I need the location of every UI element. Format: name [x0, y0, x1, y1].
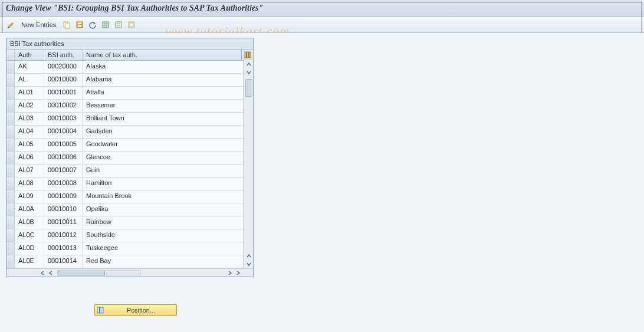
row-selector[interactable]: [6, 87, 15, 99]
scroll-down-small-icon[interactable]: [245, 68, 253, 77]
horizontal-scrollbar[interactable]: [6, 268, 253, 277]
col-header-bsi[interactable]: BSI auth.: [44, 50, 83, 60]
cell-auth[interactable]: AL0C: [15, 229, 44, 242]
row-selector[interactable]: [6, 229, 15, 242]
row-selector[interactable]: [6, 203, 15, 216]
table-settings-button[interactable]: [241, 50, 253, 60]
table-row[interactable]: AL0300010003Brilliant Town: [6, 113, 253, 126]
table-row[interactable]: AL0100010001Attalla: [6, 87, 253, 100]
cell-auth[interactable]: AL01: [15, 87, 44, 99]
table-row[interactable]: AL0900010009Mountain Brook: [6, 190, 253, 203]
col-header-name[interactable]: Name of tax auth.: [83, 50, 241, 60]
cell-name[interactable]: Opelika: [83, 203, 244, 216]
position-button[interactable]: Position...: [94, 304, 177, 316]
cell-auth[interactable]: AK: [15, 61, 44, 73]
cell-name[interactable]: Attalla: [83, 87, 244, 99]
cell-bsi[interactable]: 00010010: [44, 203, 83, 216]
cell-bsi[interactable]: 00010000: [44, 74, 83, 86]
hscroll-track[interactable]: [57, 270, 141, 276]
row-selector[interactable]: [6, 61, 15, 73]
cell-bsi[interactable]: 00010011: [44, 216, 83, 229]
cell-bsi[interactable]: 00010006: [44, 152, 83, 164]
row-selector[interactable]: [6, 152, 15, 164]
hscroll-first-icon[interactable]: [38, 269, 47, 277]
cell-bsi[interactable]: 00010012: [44, 229, 83, 242]
col-header-auth[interactable]: Auth: [15, 50, 44, 60]
cell-auth[interactable]: AL04: [15, 126, 44, 138]
row-selector[interactable]: [6, 126, 15, 138]
cell-auth[interactable]: AL02: [15, 100, 44, 112]
cell-auth[interactable]: AL0D: [15, 242, 44, 255]
cell-bsi[interactable]: 00010003: [44, 113, 83, 125]
table-row[interactable]: AK00020000Alaska: [6, 61, 253, 74]
hscroll-right-icon[interactable]: [226, 269, 234, 277]
hscroll-last-icon[interactable]: [234, 269, 242, 277]
cell-bsi[interactable]: 00010004: [44, 126, 83, 138]
cell-name[interactable]: Bessemer: [83, 100, 244, 112]
table-row[interactable]: AL0700010007Guin: [6, 165, 253, 177]
cell-bsi[interactable]: 00010013: [44, 242, 83, 255]
cell-bsi[interactable]: 00010014: [44, 255, 83, 268]
row-selector[interactable]: [6, 139, 15, 151]
cell-auth[interactable]: AL: [15, 74, 44, 86]
select-all-button[interactable]: [100, 19, 111, 31]
cell-name[interactable]: Southside: [83, 229, 244, 242]
print-button[interactable]: [126, 19, 137, 31]
scroll-down-icon[interactable]: [245, 260, 253, 268]
deselect-all-button[interactable]: [113, 19, 124, 31]
row-selector[interactable]: [6, 74, 15, 86]
row-selector[interactable]: [6, 100, 15, 112]
new-entries-button[interactable]: New Entries: [18, 19, 60, 31]
cell-auth[interactable]: AL05: [15, 139, 44, 151]
scroll-up-icon[interactable]: [245, 60, 253, 68]
undo-button[interactable]: [87, 19, 98, 31]
cell-auth[interactable]: AL0E: [15, 255, 44, 268]
copy-button[interactable]: [61, 19, 73, 31]
cell-bsi[interactable]: 00020000: [44, 61, 83, 73]
scroll-up-end-icon[interactable]: [245, 252, 253, 260]
table-row[interactable]: AL0200010002Bessemer: [6, 100, 253, 113]
table-row[interactable]: AL0D00010013Tuskeegee: [6, 242, 253, 255]
row-selector[interactable]: [6, 177, 15, 190]
row-selector[interactable]: [6, 255, 15, 268]
cell-name[interactable]: Gadsden: [83, 126, 244, 138]
cell-auth[interactable]: AL0A: [15, 203, 44, 216]
vertical-scrollbar[interactable]: [244, 60, 253, 268]
cell-name[interactable]: Mountain Brook: [83, 190, 244, 203]
cell-bsi[interactable]: 00010008: [44, 177, 83, 190]
vscroll-thumb[interactable]: [245, 79, 252, 97]
cell-bsi[interactable]: 00010001: [44, 87, 83, 99]
cell-name[interactable]: Goodwater: [83, 139, 244, 151]
table-row[interactable]: AL0600010006Glencoe: [6, 152, 253, 165]
cell-auth[interactable]: AL07: [15, 165, 44, 177]
table-row[interactable]: AL0A00010010Opelika: [6, 203, 253, 216]
hscroll-left-icon[interactable]: [47, 269, 55, 277]
table-row[interactable]: AL0400010004Gadsden: [6, 126, 253, 139]
cell-bsi[interactable]: 00010007: [44, 165, 83, 177]
cell-auth[interactable]: AL0B: [15, 216, 44, 229]
cell-auth[interactable]: AL09: [15, 190, 44, 203]
cell-bsi[interactable]: 00010005: [44, 139, 83, 151]
cell-name[interactable]: Red Bay: [83, 255, 244, 268]
cell-auth[interactable]: AL08: [15, 177, 44, 190]
table-row[interactable]: AL0500010005Goodwater: [6, 139, 253, 152]
row-selector[interactable]: [6, 113, 15, 125]
cell-name[interactable]: Guin: [83, 165, 244, 177]
cell-name[interactable]: Alabama: [83, 74, 244, 86]
row-selector-header[interactable]: [6, 50, 15, 60]
cell-name[interactable]: Alaska: [83, 61, 244, 73]
cell-name[interactable]: Hamilton: [83, 177, 244, 190]
toggle-edit-button[interactable]: [5, 19, 17, 31]
row-selector[interactable]: [6, 165, 15, 177]
cell-name[interactable]: Brilliant Town: [83, 113, 244, 125]
table-row[interactable]: AL00010000Alabama: [6, 74, 253, 87]
cell-auth[interactable]: AL03: [15, 113, 44, 125]
table-row[interactable]: AL0800010008Hamilton: [6, 177, 253, 190]
hscroll-thumb[interactable]: [58, 271, 105, 275]
cell-name[interactable]: Tuskeegee: [83, 242, 244, 255]
row-selector[interactable]: [6, 242, 15, 255]
row-selector[interactable]: [6, 190, 15, 203]
table-row[interactable]: AL0B00010011Rainbow: [6, 216, 253, 229]
row-selector[interactable]: [6, 216, 15, 229]
save-button[interactable]: [74, 19, 86, 31]
